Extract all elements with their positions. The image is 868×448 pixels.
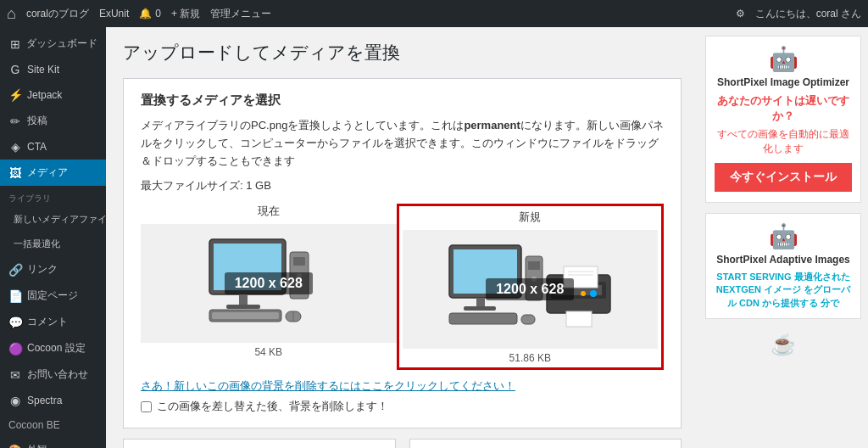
shortpixel1-text1: あなたのサイトは遅いですか？ bbox=[715, 93, 852, 124]
sidebar-item-cta[interactable]: ◈ CTA bbox=[0, 134, 106, 160]
links-icon: 🔗 bbox=[8, 263, 22, 277]
sidebar-item-add-media[interactable]: 新しいメディアファイルを追加 bbox=[0, 207, 106, 232]
current-size-label: 1200 x 628 bbox=[225, 272, 313, 294]
svg-rect-14 bbox=[464, 306, 496, 311]
page-title: アップロードしてメディアを置換 bbox=[123, 41, 682, 64]
shortpixel2-icon: 🤖 bbox=[715, 222, 852, 250]
remove-bg-checkbox[interactable] bbox=[141, 401, 152, 412]
site-name-link[interactable]: coralのブログ bbox=[26, 7, 89, 21]
current-file-size: 54 KB bbox=[141, 346, 397, 358]
cocoon-icon: 🟣 bbox=[8, 342, 22, 356]
pages-icon: 📄 bbox=[8, 289, 22, 303]
cocoon-be-label: Cocoon BE bbox=[0, 413, 106, 437]
comments-icon: 💬 bbox=[8, 316, 22, 329]
sidebar-item-cocoon[interactable]: 🟣 Cocoon 設定 bbox=[0, 335, 106, 361]
cta-icon: ◈ bbox=[8, 140, 22, 154]
exunit-link[interactable]: ExUnit bbox=[99, 8, 129, 20]
coffee-icon: ☕ bbox=[771, 333, 796, 356]
select-section-title: 置換するメディアを選択 bbox=[141, 92, 664, 109]
description-text: メディアライブラリのPC.pngを置換しようとしています。これはpermanen… bbox=[141, 117, 664, 170]
new-size-label: 1200 x 628 bbox=[486, 278, 574, 300]
sidebar-item-contact[interactable]: ✉ お問い合わせ bbox=[0, 361, 106, 388]
main-content: アップロードしてメディアを置換 置換するメディアを選択 メディアライブラリのPC… bbox=[106, 27, 698, 448]
image-compare-area: 現在 bbox=[141, 204, 664, 370]
notif-count: 🔔 0 bbox=[139, 8, 161, 20]
posts-icon: ✏ bbox=[8, 115, 22, 128]
svg-rect-3 bbox=[226, 305, 260, 309]
install-button[interactable]: 今すぐインストール bbox=[715, 163, 852, 192]
max-file-size-text: 最大ファイルサイズ: 1 GB bbox=[141, 178, 664, 193]
shortpixel1-icon: 🤖 bbox=[715, 45, 852, 73]
svg-point-28 bbox=[581, 291, 586, 296]
sidebar-item-posts[interactable]: ✏ 投稿 bbox=[0, 108, 106, 134]
select-media-box: 置換するメディアを選択 メディアライブラリのPC.pngを置換しようとしています… bbox=[123, 78, 682, 428]
sidebar-item-comments[interactable]: 💬 コメント bbox=[0, 309, 106, 335]
new-label: 新規 bbox=[403, 210, 659, 225]
sidebar-item-dashboard[interactable]: ⊞ ダッシュボード bbox=[0, 31, 106, 57]
shortpixel-ad2: 🤖 ShortPixel Adaptive Images START SERVI… bbox=[705, 213, 861, 319]
sidebar-item-jetpack[interactable]: ⚡ Jetpack bbox=[0, 82, 106, 108]
spectra-icon: ◉ bbox=[8, 394, 22, 407]
options-row: 置換オプション ファイルの置換のみ オプション 置換するときの日付: bbox=[123, 439, 682, 448]
options-box: オプション 置換するときの日付: bbox=[409, 439, 682, 448]
shortpixel2-title: ShortPixel Adaptive Images bbox=[715, 254, 852, 266]
svg-point-27 bbox=[590, 290, 597, 297]
sidebar-item-appearance[interactable]: 🎨 外観 bbox=[0, 437, 106, 448]
remove-bg-link[interactable]: さあ！新しいこの画像の背景を削除するにはここをクリックしてください！ bbox=[141, 378, 664, 394]
contact-icon: ✉ bbox=[8, 368, 22, 382]
svg-rect-13 bbox=[476, 298, 485, 306]
shortpixel2-text: START SERVING 最適化された NEXTGEN イメージ をグローバル… bbox=[715, 271, 852, 310]
svg-rect-8 bbox=[212, 312, 279, 319]
right-sidebar: 🤖 ShortPixel Image Optimizer あなたのサイトは遅いで… bbox=[698, 27, 868, 448]
shortpixel1-title: ShortPixel Image Optimizer bbox=[715, 76, 852, 88]
shortpixel1-text2: すべての画像を自動的に最適化します bbox=[715, 127, 852, 156]
svg-rect-5 bbox=[293, 257, 305, 266]
current-label: 現在 bbox=[141, 204, 397, 219]
settings-icon[interactable]: ⚙ bbox=[736, 8, 745, 20]
current-image-display: 1200 x 628 bbox=[141, 224, 397, 343]
svg-rect-26 bbox=[566, 311, 592, 327]
current-image-panel: 現在 bbox=[141, 204, 397, 358]
sidebar-item-optimize[interactable]: 一括最適化 bbox=[0, 232, 106, 256]
sidebar-item-media[interactable]: 🖼 メディア bbox=[0, 160, 106, 186]
admin-menu-link[interactable]: 管理メニュー bbox=[210, 7, 271, 21]
sidebar-item-sitekit[interactable]: G Site Kit bbox=[0, 57, 106, 82]
media-icon: 🖼 bbox=[8, 166, 22, 180]
wp-logo[interactable]: ⌂ bbox=[7, 5, 16, 23]
svg-rect-2 bbox=[239, 294, 248, 305]
svg-rect-18 bbox=[449, 313, 517, 324]
new-content-link[interactable]: + 新規 bbox=[171, 7, 200, 21]
sidebar-item-pages[interactable]: 📄 固定ページ bbox=[0, 283, 106, 309]
jetpack-icon: ⚡ bbox=[8, 88, 22, 102]
svg-rect-16 bbox=[528, 261, 540, 270]
shortpixel-ad1: 🤖 ShortPixel Image Optimizer あなたのサイトは遅いで… bbox=[705, 36, 861, 203]
library-section-label: ライブラリ bbox=[0, 186, 106, 207]
sidebar-item-spectra[interactable]: ◉ Spectra bbox=[0, 388, 106, 413]
sitekit-icon: G bbox=[8, 63, 22, 76]
remove-bg-checkbox-label[interactable]: この画像を差し替えた後、背景を削除します！ bbox=[141, 399, 664, 414]
replace-options-box: 置換オプション ファイルの置換のみ bbox=[123, 439, 396, 448]
sidebar-item-links[interactable]: 🔗 リンク bbox=[0, 256, 106, 283]
new-image-panel[interactable]: 新規 bbox=[397, 204, 665, 370]
greeting-text: こんにちは、coral さん bbox=[755, 7, 861, 21]
appearance-icon: 🎨 bbox=[8, 444, 22, 449]
new-file-size: 51.86 KB bbox=[403, 352, 659, 364]
svg-rect-19 bbox=[521, 315, 535, 324]
new-image-display[interactable]: 1200 x 628 bbox=[403, 230, 659, 349]
dashboard-icon: ⊞ bbox=[8, 37, 21, 51]
admin-bar: ⌂ coralのブログ ExUnit 🔔 0 + 新規 管理メニュー ⚙ こんに… bbox=[0, 0, 868, 27]
admin-sidebar: ⊞ ダッシュボード G Site Kit ⚡ Jetpack ✏ 投稿 ◈ CT… bbox=[0, 27, 106, 448]
